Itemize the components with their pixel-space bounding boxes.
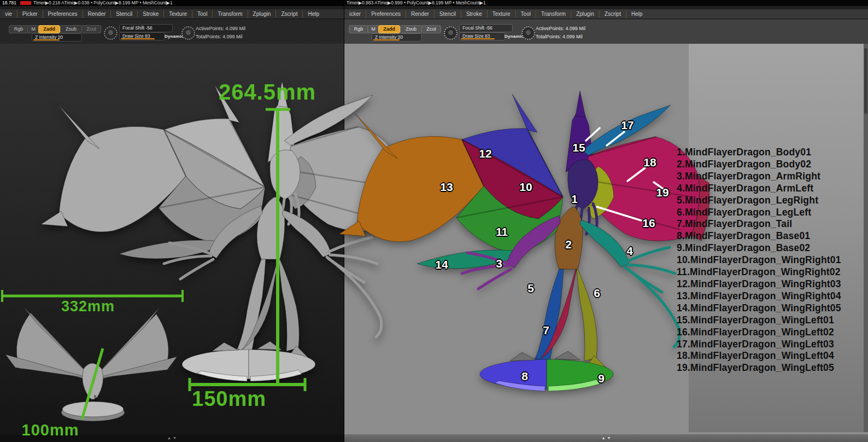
subtool-name: 18.MindFlayerDragon_WingLeft04 (677, 350, 865, 362)
active-points-readout: ActivePoints: 4.099 Mil (196, 26, 245, 31)
menu-item[interactable]: Zplugin (248, 10, 276, 18)
menu-item[interactable]: Transform (536, 10, 571, 18)
z-intensity-slider[interactable]: Z Intensity 20 (372, 33, 422, 42)
dynamic-toggle[interactable]: Dynamic (165, 34, 184, 39)
subtool-name: 17.MindFlayerDragon_WingLeft03 (677, 339, 865, 351)
zsub-button[interactable]: Zsub (60, 25, 82, 33)
dimension-height-label: 264.5mm (219, 80, 316, 104)
status-text: Timer▶0.983 ATime▶0.999 • PolyCount▶8.19… (347, 0, 486, 5)
focal-shift-slider[interactable]: Focal Shift -56 (459, 24, 513, 32)
menu-item[interactable]: icker (344, 10, 366, 18)
horizontal-scrollbar[interactable]: ▲▼ (344, 434, 868, 442)
subtool-name: 11.MindFlayerDragon_WingRight02 (677, 266, 865, 278)
menu-item[interactable]: Stroke (461, 10, 487, 18)
menu-item[interactable]: Preferences (43, 10, 83, 18)
zsub-button[interactable]: Zsub (400, 25, 422, 33)
menu-item[interactable]: Tool (515, 10, 536, 18)
active-points-readout: ActivePoints: 4.099 Mil (536, 26, 585, 31)
menu-item[interactable]: Stroke (137, 10, 163, 18)
subtool-name-list: 1.MindFlayerDragon_Body012.MindFlayerDra… (677, 147, 865, 374)
record-indicator-icon (20, 1, 31, 5)
rgb-button[interactable]: Rgb (9, 25, 28, 33)
draw-size-slider[interactable]: Draw Size 83 (119, 32, 165, 40)
radial-control-icon[interactable] (521, 26, 535, 40)
radial-control-icon[interactable] (181, 26, 195, 40)
rgb-button[interactable]: Rgb (349, 25, 368, 33)
menu-item[interactable]: Render (83, 10, 111, 18)
menu-item[interactable]: vie (0, 10, 17, 18)
menu-item[interactable]: Stencil (434, 10, 461, 18)
dimension-small-height-label: 100mm (22, 421, 79, 439)
scroll-up-icon[interactable]: ▲ (167, 434, 171, 442)
menu-item[interactable]: Texture (163, 10, 192, 18)
subtool-name: 13.MindFlayerDragon_WingRight04 (677, 290, 865, 303)
menu-item[interactable]: Help (302, 10, 324, 18)
m-button[interactable]: M (27, 25, 39, 33)
subtool-name: 3.MindFlayerDragon_ArmRight (677, 171, 865, 183)
dimension-base-width-label: 150mm (192, 387, 266, 411)
subtool-name: 15.MindFlayerDragon_WingLeft01 (677, 315, 865, 327)
status-bar: Timer▶0.983 ATime▶0.999 • PolyCount▶8.19… (344, 0, 868, 6)
status-text: Timer▶0.218 ATime▶0.038 • PolyCount▶8.19… (33, 0, 173, 5)
z-intensity-slider[interactable]: Z Intensity 20 (32, 33, 82, 42)
top-toolbar: Rgb M Zadd Zsub Zcut Z Intensity 20 Foca… (344, 19, 868, 44)
top-toolbar: Rgb M Zadd Zsub Zcut Z Intensity 20 Foca… (0, 19, 344, 44)
subtool-name: 8.MindFlayerDragon_Base01 (677, 230, 865, 242)
subtool-name: 12.MindFlayerDragon_WingRight03 (677, 278, 865, 290)
subtool-name: 4.MindFlayerDragon_ArmLeft (677, 183, 865, 195)
menu-item[interactable]: Texture (487, 10, 515, 18)
subtool-name: 19.MindFlayerDragon_WingLeft05 (677, 362, 865, 374)
m-button[interactable]: M (367, 25, 379, 33)
scrollbar-thumb[interactable] (864, 48, 867, 114)
subtool-name: 5.MindFlayerDragon_LegRight (677, 195, 865, 207)
subtool-name: 6.MindFlayerDragon_LegLeft (677, 207, 865, 219)
menu-item[interactable]: Tool (192, 10, 212, 18)
radial-control-icon[interactable] (104, 26, 118, 40)
total-points-readout: TotalPoints: 4.099 Mil (196, 34, 243, 39)
menu-item[interactable]: Render (406, 10, 434, 18)
menu-bar: viePickerPreferencesRenderStencilStrokeT… (0, 9, 344, 19)
subtool-name: 16.MindFlayerDragon_WingLeft02 (677, 327, 865, 339)
draw-size-slider[interactable]: Draw Size 83 (459, 32, 505, 40)
subtool-name: 10.MindFlayerDragon_WingRight01 (677, 254, 865, 266)
fps-counter: 18.781 (2, 0, 16, 5)
status-bar: 18.781Timer▶0.218 ATime▶0.038 • PolyCoun… (0, 0, 344, 6)
menu-item[interactable]: Zscript (599, 10, 626, 18)
menu-item[interactable]: Preferences (366, 10, 406, 18)
menu-item[interactable]: Picker (17, 10, 43, 18)
menu-bar: ickerPreferencesRenderStencilStrokeTextu… (344, 9, 868, 19)
zbrush-panel-grayscale: 18.781Timer▶0.218 ATime▶0.038 • PolyCoun… (0, 0, 344, 442)
scroll-up-icon[interactable]: ▲ (602, 434, 606, 442)
menu-item[interactable]: Zplugin (571, 10, 599, 18)
zcut-button[interactable]: Zcut (421, 25, 441, 33)
dimension-width-label: 332mm (61, 298, 115, 315)
zadd-button[interactable]: Zadd (378, 25, 400, 33)
focal-shift-slider[interactable]: Focal Shift -56 (119, 24, 173, 32)
radial-control-icon[interactable] (444, 26, 458, 40)
zcut-button[interactable]: Zcut (81, 25, 101, 33)
subtool-name: 14.MindFlayerDragon_WingRight05 (677, 303, 865, 315)
menu-item[interactable]: Stencil (110, 10, 137, 18)
menu-item[interactable]: Zscript (275, 10, 302, 18)
scroll-down-icon[interactable]: ▼ (173, 434, 177, 442)
menu-item[interactable]: Help (626, 10, 648, 18)
subtool-name: 7.MindFlayerDragon_Tail (677, 218, 865, 230)
dynamic-toggle[interactable]: Dynamic (505, 34, 524, 39)
subtool-name: 1.MindFlayerDragon_Body01 (677, 147, 865, 159)
subtool-name: 2.MindFlayerDragon_Body02 (677, 159, 865, 171)
zadd-button[interactable]: Zadd (38, 25, 60, 33)
total-points-readout: TotalPoints: 4.099 Mil (536, 34, 583, 39)
scroll-down-icon[interactable]: ▼ (607, 434, 611, 442)
menu-item[interactable]: Transform (212, 10, 247, 18)
subtool-name: 9.MindFlayerDragon_Base02 (677, 242, 865, 254)
